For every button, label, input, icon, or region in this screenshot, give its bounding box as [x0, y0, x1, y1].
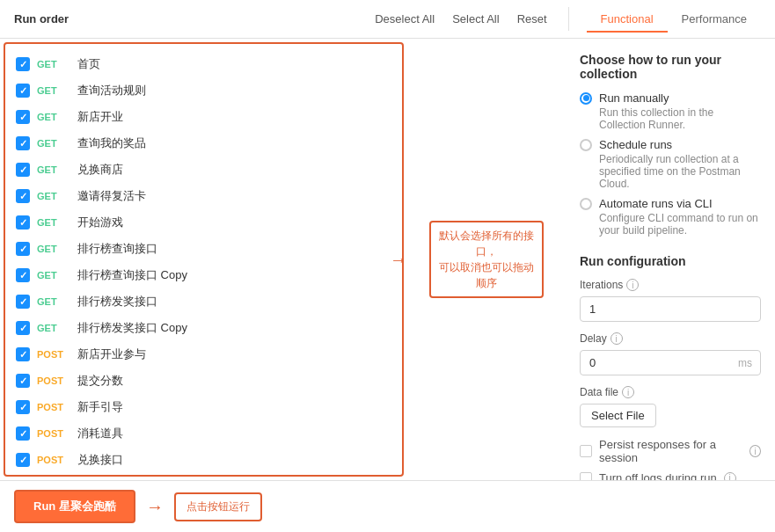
reset-button[interactable]: Reset [514, 11, 551, 27]
radio-cli-label: Automate runs via CLI [599, 197, 713, 210]
radio-item-schedule: Schedule runs Periodically run collectio… [580, 138, 761, 190]
item-name: 排行榜发奖接口 Copy [77, 320, 187, 336]
radio-row-cli: Automate runs via CLI [580, 197, 761, 210]
method-badge: GET [37, 323, 70, 333]
list-item[interactable]: POST新店开业参与 [5, 341, 402, 368]
item-checkbox[interactable] [16, 189, 30, 203]
radio-row-schedule: Schedule runs [580, 138, 761, 151]
method-badge: GET [37, 217, 70, 228]
list-item[interactable]: GET排行榜发奖接口 [5, 288, 402, 315]
method-badge: POST [37, 428, 70, 439]
radio-group: Run manually Run this collection in the … [580, 91, 761, 237]
radio-manual-desc: Run this collection in the Collection Ru… [599, 106, 761, 131]
radio-item-manual: Run manually Run this collection in the … [580, 91, 761, 131]
item-checkbox[interactable] [16, 347, 30, 361]
delay-info-icon: i [610, 332, 623, 345]
method-badge: POST [37, 455, 70, 465]
list-item[interactable]: POST新手引导 [5, 394, 402, 420]
item-checkbox[interactable] [16, 295, 30, 309]
list-item[interactable]: GET查询活动规则 [5, 77, 402, 104]
radio-manual-icon[interactable] [580, 92, 592, 105]
top-bar: Run order Deselect All Select All Reset … [0, 0, 775, 39]
item-name: 邀请得复活卡 [77, 188, 146, 204]
left-arrow-icon: → [390, 250, 407, 270]
persist-responses-checkbox[interactable] [580, 445, 592, 457]
method-badge: POST [37, 349, 70, 360]
list-item[interactable]: GET排行榜发奖接口 Copy [5, 315, 402, 341]
iterations-label: Iterations i [580, 279, 761, 291]
item-name: 首页 [77, 56, 100, 72]
item-checkbox[interactable] [16, 374, 30, 388]
tab-functional[interactable]: Functional [587, 7, 668, 33]
list-item[interactable]: POST兑换接口 [5, 447, 402, 473]
run-button[interactable]: Run 星聚会跑酷 [14, 490, 135, 523]
run-config-section: Run configuration Iterations i Delay i m… [580, 254, 761, 480]
method-badge: GET [37, 270, 70, 281]
item-checkbox[interactable] [16, 321, 30, 335]
radio-schedule-icon[interactable] [580, 139, 592, 151]
list-item[interactable]: GET排行榜查询接口 [5, 236, 402, 262]
method-badge: GET [37, 164, 70, 175]
method-badge: GET [37, 85, 70, 96]
right-panel: Choose how to run your collection Run ma… [566, 39, 775, 480]
radio-cli-desc: Configure CLI command to run on your bui… [599, 212, 761, 237]
radio-cli-icon[interactable] [580, 198, 592, 210]
list-item[interactable]: POST助力 [5, 473, 402, 477]
list-item[interactable]: GET兑换商店 [5, 157, 402, 183]
item-checkbox[interactable] [16, 426, 30, 441]
list-item[interactable]: GET查询我的奖品 [5, 130, 402, 157]
item-checkbox[interactable] [16, 163, 30, 177]
item-name: 新店开业参与 [77, 346, 146, 362]
list-item[interactable]: POST消耗道具 [5, 420, 402, 447]
list-item[interactable]: GET排行榜查询接口 Copy [5, 262, 402, 288]
item-checkbox[interactable] [16, 136, 30, 150]
turnoff-logs-checkbox[interactable] [580, 472, 592, 481]
method-badge: GET [37, 244, 70, 254]
item-checkbox[interactable] [16, 453, 30, 467]
method-badge: POST [37, 402, 70, 412]
delay-suffix: ms [738, 357, 752, 369]
run-mode-section: Choose how to run your collection Run ma… [580, 53, 761, 237]
item-checkbox[interactable] [16, 110, 30, 124]
select-file-button[interactable]: Select File [580, 404, 656, 427]
method-badge: GET [37, 296, 70, 307]
turnoff-logs-label: Turn off logs during run [599, 471, 717, 480]
run-mode-title: Choose how to run your collection [580, 53, 761, 81]
item-name: 查询我的奖品 [77, 135, 146, 151]
turnoff-logs-row: Turn off logs during run i [580, 471, 761, 480]
list-item[interactable]: GET新店开业 [5, 104, 402, 130]
radio-row-manual: Run manually [580, 91, 761, 105]
persist-responses-row: Persist responses for a session i [580, 438, 761, 464]
items-list-panel: GET首页GET查询活动规则GET新店开业GET查询我的奖品GET兑换商店GET… [4, 42, 404, 477]
list-item[interactable]: POST提交分数 [5, 368, 402, 394]
item-name: 排行榜查询接口 Copy [77, 267, 187, 283]
bottom-bar: Run 星聚会跑酷 → 点击按钮运行 [0, 480, 775, 532]
item-checkbox[interactable] [16, 215, 30, 230]
iterations-input[interactable] [580, 296, 761, 322]
turnoff-info-icon: i [724, 472, 736, 481]
method-badge: GET [37, 112, 70, 122]
item-checkbox[interactable] [16, 57, 30, 71]
select-all-button[interactable]: Select All [449, 11, 502, 27]
deselect-all-button[interactable]: Deselect All [371, 11, 438, 27]
radio-manual-label: Run manually [599, 91, 669, 105]
list-item[interactable]: GET开始游戏 [5, 209, 402, 236]
tab-performance[interactable]: Performance [668, 7, 761, 33]
delay-input[interactable] [580, 350, 761, 375]
persist-responses-label: Persist responses for a session [599, 438, 742, 464]
item-checkbox[interactable] [16, 84, 30, 98]
delay-field: Delay i ms [580, 332, 761, 375]
persist-info-icon: i [749, 445, 761, 457]
item-name: 开始游戏 [77, 215, 123, 230]
list-item[interactable]: GET首页 [5, 51, 402, 77]
item-checkbox[interactable] [16, 400, 30, 414]
data-file-label: Data file i [580, 386, 761, 398]
annotation-text: 默认会选择所有的接口，可以取消也可以拖动顺序 [439, 230, 534, 289]
item-checkbox[interactable] [16, 268, 30, 282]
item-checkbox[interactable] [16, 242, 30, 256]
item-name: 查询活动规则 [77, 83, 146, 98]
vertical-divider [568, 7, 569, 31]
delay-label: Delay i [580, 332, 761, 345]
list-item[interactable]: GET邀请得复活卡 [5, 183, 402, 209]
run-order-title: Run order [14, 12, 357, 26]
